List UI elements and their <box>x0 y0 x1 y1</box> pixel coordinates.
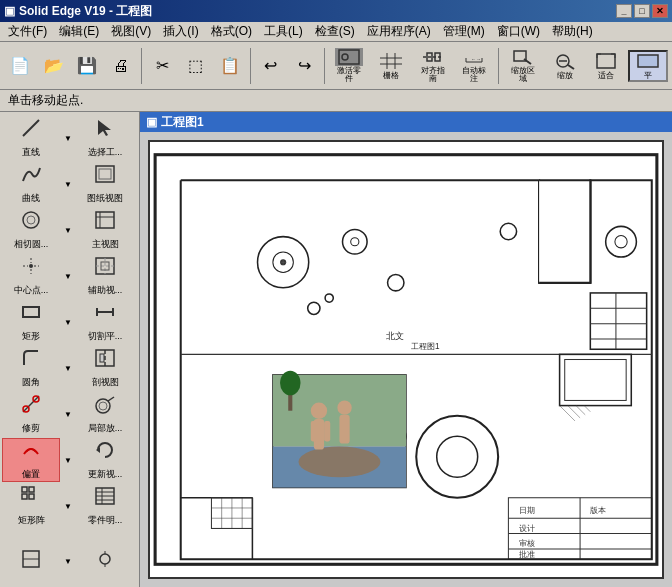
left-toolbar: 直线 ▼ 选择工... 曲线 ▼ 图纸 <box>0 112 140 587</box>
tb-cut[interactable]: ✂ <box>146 50 178 82</box>
lt-trim-dropdown[interactable]: ▼ <box>62 392 74 436</box>
svg-line-54 <box>108 397 114 401</box>
maximize-button[interactable]: □ <box>634 4 650 18</box>
lt-drawing-view[interactable]: 图纸视图 <box>76 162 134 206</box>
svg-point-29 <box>27 216 35 224</box>
svg-rect-122 <box>339 415 349 444</box>
lt-fillet[interactable]: 圆角 <box>2 346 60 390</box>
lt-row-8: 偏置 ▼ 更新视... <box>2 438 137 482</box>
lt-select[interactable]: 选择工... <box>76 116 134 160</box>
tb-zoom-area[interactable]: 缩放区域 <box>503 50 543 82</box>
toolbar: 📄 📂 💾 🖨 ✂ ⬚ 📋 ↩ ↪ 激活零件 栅格 <box>0 42 672 90</box>
menu-item-window[interactable]: 窗口(W) <box>491 21 546 42</box>
menu-item-edit[interactable]: 编辑(E) <box>53 21 105 42</box>
menu-item-inspect[interactable]: 检查(S) <box>309 21 361 42</box>
tb-undo[interactable]: ↩ <box>255 50 287 82</box>
auto-dim-label: 自动标注 <box>462 67 486 83</box>
lt-rect-array[interactable]: 矩形阵 <box>2 484 60 528</box>
status-text: 单击移动起点. <box>8 92 83 109</box>
lt-section-view[interactable]: 剖视图 <box>76 346 134 390</box>
parts-list-icon <box>94 485 116 512</box>
line-icon <box>20 117 42 144</box>
drawing-canvas[interactable]: 日期 版本 设计 审核 批准 <box>140 132 672 587</box>
lt-extra-2[interactable] <box>76 539 134 583</box>
lt-row-9: 矩形阵 ▼ 零件明... <box>2 484 137 528</box>
tb-align[interactable]: 对齐指南 <box>413 50 453 82</box>
menu-item-tools[interactable]: 工具(L) <box>258 21 309 42</box>
drawing-inner: 日期 版本 设计 审核 批准 <box>148 140 664 579</box>
lt-extra-1[interactable] <box>2 539 60 583</box>
lt-line[interactable]: 直线 <box>2 116 60 160</box>
tb-grid[interactable]: 栅格 <box>371 50 411 82</box>
menu-item-manage[interactable]: 管理(M) <box>437 21 491 42</box>
lt-curve-dropdown[interactable]: ▼ <box>62 162 74 206</box>
cut-plane-icon <box>94 301 116 328</box>
svg-point-28 <box>23 212 39 228</box>
lt-main-view[interactable]: 主视图 <box>76 208 134 252</box>
rect-icon <box>20 301 42 328</box>
tb-zoom-out[interactable]: 缩放 <box>545 50 585 82</box>
lt-offset[interactable]: 偏置 <box>2 438 60 482</box>
activate-part-label: 激活零件 <box>337 67 361 83</box>
lt-tangent-circle[interactable]: 相切圆... <box>2 208 60 252</box>
svg-rect-56 <box>22 487 27 492</box>
menu-item-view[interactable]: 视图(V) <box>105 21 157 42</box>
lt-trim[interactable]: 修剪 <box>2 392 60 436</box>
close-button[interactable]: ✕ <box>652 4 668 18</box>
offset-icon <box>20 439 42 466</box>
menu-item-help[interactable]: 帮助(H) <box>546 21 599 42</box>
tb-fit[interactable]: 适合 <box>587 50 627 82</box>
lt-update-view[interactable]: 更新视... <box>76 438 134 482</box>
select-label: 选择工... <box>88 146 123 159</box>
menu-item-file[interactable]: 文件(F) <box>2 21 53 42</box>
align-label: 对齐指南 <box>421 67 445 83</box>
lt-curve[interactable]: 曲线 <box>2 162 60 206</box>
tb-flat[interactable]: 平 <box>628 50 668 82</box>
svg-rect-27 <box>99 169 111 179</box>
lt-offset-dropdown[interactable]: ▼ <box>62 438 74 482</box>
svg-rect-119 <box>311 421 317 441</box>
lt-array-dropdown[interactable]: ▼ <box>62 484 74 528</box>
lt-detail-view[interactable]: 局部放... <box>76 392 134 436</box>
title-bar: ▣ Solid Edge V19 - 工程图 _ □ ✕ <box>0 0 672 22</box>
tb-copy[interactable]: ⬚ <box>180 50 212 82</box>
lt-parts-list[interactable]: 零件明... <box>76 484 134 528</box>
detail-view-label: 局部放... <box>88 422 123 435</box>
svg-text:日期: 日期 <box>519 506 535 515</box>
tb-save[interactable]: 💾 <box>72 50 104 82</box>
tb-open[interactable]: 📂 <box>38 50 70 82</box>
lt-line-dropdown[interactable]: ▼ <box>62 116 74 160</box>
lt-rect-dropdown[interactable]: ▼ <box>62 300 74 344</box>
lt-aux-view[interactable]: 辅助视... <box>76 254 134 298</box>
save-icon: 💾 <box>77 56 97 75</box>
tb-activate-part[interactable]: 激活零件 <box>329 50 369 82</box>
svg-point-121 <box>337 400 351 414</box>
lt-cut-plane[interactable]: 切割平... <box>76 300 134 344</box>
tb-auto-dim[interactable]: ←→ 自动标注 <box>454 50 494 82</box>
fit-icon <box>592 51 620 71</box>
tb-redo[interactable]: ↪ <box>288 50 320 82</box>
rect-label: 矩形 <box>22 330 40 343</box>
tb-print[interactable]: 🖨 <box>105 50 137 82</box>
lt-rect[interactable]: 矩形 <box>2 300 60 344</box>
svg-text:北文: 北文 <box>386 331 404 341</box>
svg-text:批准: 批准 <box>519 550 535 559</box>
main-view-label: 主视图 <box>92 238 119 251</box>
lt-fillet-dropdown[interactable]: ▼ <box>62 346 74 390</box>
main-area: 直线 ▼ 选择工... 曲线 ▼ 图纸 <box>0 112 672 587</box>
minimize-button[interactable]: _ <box>616 4 632 18</box>
menu-item-format[interactable]: 格式(O) <box>205 21 258 42</box>
menu-item-insert[interactable]: 插入(I) <box>157 21 204 42</box>
aux-view-icon <box>94 255 116 282</box>
tb-new[interactable]: 📄 <box>4 50 36 82</box>
activate-part-icon <box>335 48 363 66</box>
trim-icon <box>20 393 42 420</box>
lt-tangent-dropdown[interactable]: ▼ <box>62 208 74 252</box>
tb-paste[interactable]: 📋 <box>214 50 246 82</box>
title-bar-controls[interactable]: _ □ ✕ <box>616 4 668 18</box>
lt-row-2: 曲线 ▼ 图纸视图 <box>2 162 137 206</box>
lt-extra-dropdown[interactable]: ▼ <box>62 539 74 583</box>
lt-center-point[interactable]: 中心点... <box>2 254 60 298</box>
menu-item-apps[interactable]: 应用程序(A) <box>361 21 437 42</box>
lt-center-dropdown[interactable]: ▼ <box>62 254 74 298</box>
